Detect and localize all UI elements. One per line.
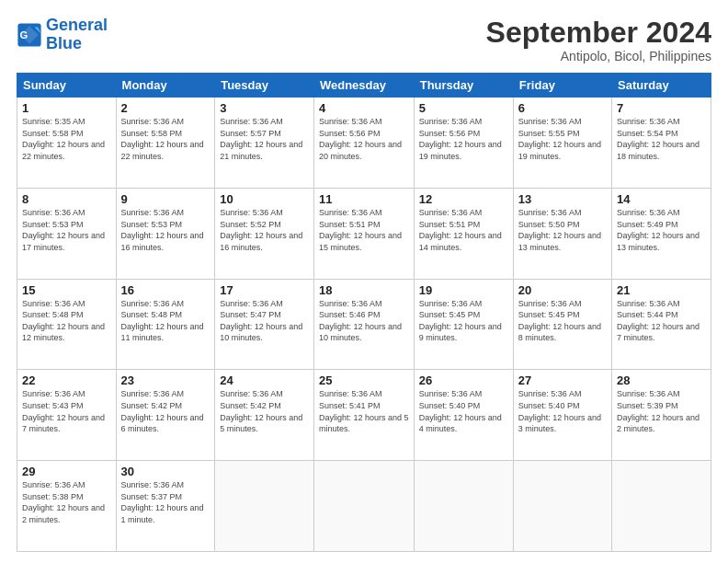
sunrise-label: Sunrise: 5:36 AM <box>419 117 483 126</box>
sunrise-label: Sunrise: 5:36 AM <box>319 117 382 126</box>
daylight-label: Daylight: 12 hours and 22 minutes. <box>22 140 105 161</box>
day-info: Sunrise: 5:36 AMSunset: 5:57 PMDaylight:… <box>220 116 309 162</box>
daylight-label: Daylight: 12 hours and 10 minutes. <box>319 322 402 343</box>
sunrise-label: Sunrise: 5:36 AM <box>121 208 185 217</box>
day-number: 11 <box>319 192 409 206</box>
day-info: Sunrise: 5:36 AMSunset: 5:40 PMDaylight:… <box>419 388 508 434</box>
day-number: 12 <box>419 192 508 206</box>
sunrise-label: Sunrise: 5:36 AM <box>220 117 283 126</box>
daylight-label: Daylight: 12 hours and 13 minutes. <box>518 231 601 252</box>
daylight-label: Daylight: 12 hours and 8 minutes. <box>518 322 601 343</box>
calendar-cell: 6Sunrise: 5:36 AMSunset: 5:55 PMDaylight… <box>513 98 611 189</box>
sunset-label: Sunset: 5:42 PM <box>220 401 281 410</box>
day-info: Sunrise: 5:36 AMSunset: 5:52 PMDaylight:… <box>220 207 309 253</box>
sunset-label: Sunset: 5:46 PM <box>319 310 381 319</box>
sunrise-label: Sunrise: 5:36 AM <box>220 208 283 217</box>
calendar-cell: 29Sunrise: 5:36 AMSunset: 5:38 PMDayligh… <box>17 461 117 552</box>
calendar-cell <box>313 461 414 552</box>
sunrise-label: Sunrise: 5:36 AM <box>518 117 582 126</box>
calendar-cell: 16Sunrise: 5:36 AMSunset: 5:48 PMDayligh… <box>116 279 215 370</box>
sunrise-label: Sunrise: 5:36 AM <box>617 117 680 126</box>
calendar-cell: 9Sunrise: 5:36 AMSunset: 5:53 PMDaylight… <box>116 188 215 279</box>
calendar-cell: 4Sunrise: 5:36 AMSunset: 5:56 PMDaylight… <box>313 98 414 189</box>
day-number: 14 <box>617 192 706 206</box>
day-number: 9 <box>121 192 210 206</box>
sunset-label: Sunset: 5:43 PM <box>22 401 84 410</box>
daylight-label: Daylight: 12 hours and 2 minutes. <box>617 413 700 434</box>
calendar-week-row: 8Sunrise: 5:36 AMSunset: 5:53 PMDaylight… <box>17 188 711 279</box>
calendar-cell <box>513 461 611 552</box>
sunset-label: Sunset: 5:39 PM <box>617 401 678 410</box>
day-info: Sunrise: 5:36 AMSunset: 5:58 PMDaylight:… <box>121 116 210 162</box>
month-title: September 2024 <box>486 17 711 49</box>
sunrise-label: Sunrise: 5:36 AM <box>220 389 283 398</box>
logo-blue: Blue <box>46 34 82 52</box>
page: G General Blue September 2024 Antipolo, … <box>0 0 728 563</box>
day-number: 16 <box>121 283 210 297</box>
header-friday: Friday <box>513 74 611 98</box>
sunset-label: Sunset: 5:45 PM <box>518 310 580 319</box>
sunrise-label: Sunrise: 5:36 AM <box>319 299 382 308</box>
calendar-cell: 21Sunrise: 5:36 AMSunset: 5:44 PMDayligh… <box>612 279 711 370</box>
sunset-label: Sunset: 5:38 PM <box>22 492 84 501</box>
daylight-label: Daylight: 12 hours and 7 minutes. <box>22 413 105 434</box>
calendar-cell: 11Sunrise: 5:36 AMSunset: 5:51 PMDayligh… <box>313 188 414 279</box>
daylight-label: Daylight: 12 hours and 17 minutes. <box>22 231 105 252</box>
day-info: Sunrise: 5:36 AMSunset: 5:53 PMDaylight:… <box>121 207 210 253</box>
day-number: 17 <box>220 283 309 297</box>
sunset-label: Sunset: 5:47 PM <box>220 310 281 319</box>
daylight-label: Daylight: 12 hours and 12 minutes. <box>22 322 105 343</box>
day-number: 6 <box>518 101 607 115</box>
day-number: 21 <box>617 283 706 297</box>
sunrise-label: Sunrise: 5:36 AM <box>121 117 185 126</box>
daylight-label: Daylight: 12 hours and 19 minutes. <box>518 140 601 161</box>
day-info: Sunrise: 5:36 AMSunset: 5:48 PMDaylight:… <box>22 298 111 344</box>
day-info: Sunrise: 5:36 AMSunset: 5:54 PMDaylight:… <box>617 116 706 162</box>
day-number: 4 <box>319 101 409 115</box>
daylight-label: Daylight: 12 hours and 18 minutes. <box>617 140 700 161</box>
daylight-label: Daylight: 12 hours and 1 minute. <box>121 503 204 524</box>
daylight-label: Daylight: 12 hours and 16 minutes. <box>121 231 204 252</box>
sunrise-label: Sunrise: 5:36 AM <box>22 480 85 489</box>
daylight-label: Daylight: 12 hours and 5 minutes. <box>220 413 302 434</box>
calendar-table: Sunday Monday Tuesday Wednesday Thursday… <box>17 73 711 552</box>
day-number: 2 <box>121 101 210 115</box>
calendar-cell: 30Sunrise: 5:36 AMSunset: 5:37 PMDayligh… <box>116 461 215 552</box>
calendar-week-row: 29Sunrise: 5:36 AMSunset: 5:38 PMDayligh… <box>17 461 711 552</box>
day-number: 10 <box>220 192 309 206</box>
day-number: 1 <box>22 101 111 115</box>
day-info: Sunrise: 5:35 AMSunset: 5:58 PMDaylight:… <box>22 116 111 162</box>
sunrise-label: Sunrise: 5:36 AM <box>22 299 85 308</box>
sunset-label: Sunset: 5:41 PM <box>319 401 381 410</box>
sunrise-label: Sunrise: 5:36 AM <box>419 389 483 398</box>
calendar-cell: 19Sunrise: 5:36 AMSunset: 5:45 PMDayligh… <box>414 279 513 370</box>
sunset-label: Sunset: 5:53 PM <box>22 220 84 229</box>
header-tuesday: Tuesday <box>215 74 314 98</box>
sunrise-label: Sunrise: 5:36 AM <box>319 389 382 398</box>
header-sunday: Sunday <box>17 74 117 98</box>
sunrise-label: Sunrise: 5:36 AM <box>22 208 85 217</box>
sunrise-label: Sunrise: 5:36 AM <box>617 208 680 217</box>
daylight-label: Daylight: 12 hours and 14 minutes. <box>419 231 502 252</box>
day-number: 5 <box>419 101 508 115</box>
daylight-label: Daylight: 12 hours and 10 minutes. <box>220 322 302 343</box>
daylight-label: Daylight: 12 hours and 7 minutes. <box>617 322 700 343</box>
daylight-label: Daylight: 12 hours and 11 minutes. <box>121 322 204 343</box>
calendar-week-row: 15Sunrise: 5:36 AMSunset: 5:48 PMDayligh… <box>17 279 711 370</box>
calendar-cell: 14Sunrise: 5:36 AMSunset: 5:49 PMDayligh… <box>612 188 711 279</box>
day-number: 22 <box>22 373 111 387</box>
sunrise-label: Sunrise: 5:35 AM <box>22 117 85 126</box>
header: G General Blue September 2024 Antipolo, … <box>17 17 711 63</box>
sunset-label: Sunset: 5:51 PM <box>319 220 381 229</box>
daylight-label: Daylight: 12 hours and 13 minutes. <box>617 231 700 252</box>
day-info: Sunrise: 5:36 AMSunset: 5:45 PMDaylight:… <box>419 298 508 344</box>
sunset-label: Sunset: 5:54 PM <box>617 129 678 138</box>
sunrise-label: Sunrise: 5:36 AM <box>220 299 283 308</box>
calendar-cell: 8Sunrise: 5:36 AMSunset: 5:53 PMDaylight… <box>17 188 117 279</box>
day-number: 20 <box>518 283 607 297</box>
sunset-label: Sunset: 5:53 PM <box>121 220 183 229</box>
sunset-label: Sunset: 5:44 PM <box>617 310 678 319</box>
calendar-cell <box>215 461 314 552</box>
daylight-label: Daylight: 12 hours and 3 minutes. <box>518 413 601 434</box>
day-info: Sunrise: 5:36 AMSunset: 5:40 PMDaylight:… <box>518 388 607 434</box>
